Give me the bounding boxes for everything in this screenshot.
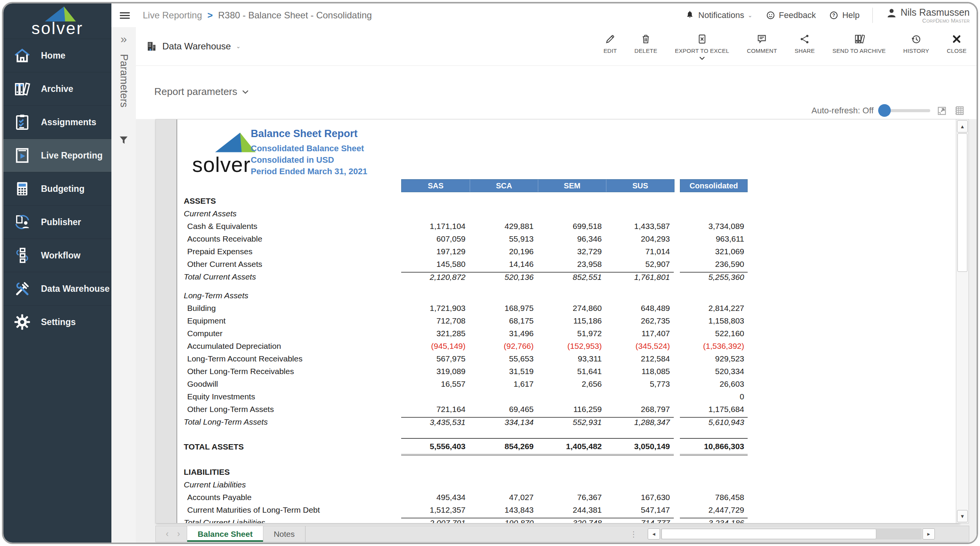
row-label: TOTAL ASSETS bbox=[184, 442, 401, 451]
breadcrumb: Live Reporting > R380 - Balance Sheet - … bbox=[143, 10, 372, 21]
funnel-icon[interactable] bbox=[119, 135, 129, 145]
cell-consolidated: 236,590 bbox=[680, 260, 748, 269]
cell-sem: (152,953) bbox=[537, 342, 606, 351]
edit-button[interactable]: EDIT bbox=[603, 33, 617, 60]
sidebar-item-live-reporting[interactable]: Live Reporting bbox=[3, 139, 111, 172]
user-menu[interactable]: Nils Rasmussen CorpDemo Master bbox=[886, 7, 970, 24]
sidebar-item-home[interactable]: Home bbox=[3, 39, 111, 72]
breadcrumb-separator: > bbox=[207, 10, 213, 21]
cell-sca: 31,519 bbox=[469, 367, 537, 376]
calculator-icon bbox=[13, 180, 31, 198]
share-button[interactable]: SHARE bbox=[795, 33, 815, 60]
chevron-down-icon bbox=[242, 90, 248, 94]
sheet-next-icon[interactable]: › bbox=[177, 529, 180, 539]
column-header: SAS bbox=[402, 180, 470, 192]
feedback-button[interactable]: Feedback bbox=[766, 10, 816, 20]
scroll-down-button[interactable]: ▼ bbox=[957, 510, 968, 522]
row-label: Current Maturities of Long-Term Debt bbox=[184, 505, 401, 515]
expand-icon[interactable] bbox=[936, 105, 948, 116]
cell-consolidated: (1,536,392) bbox=[680, 342, 748, 351]
cell-sem: 93,311 bbox=[537, 354, 606, 363]
parameters-panel-collapsed: » Parameters bbox=[111, 27, 136, 543]
horizontal-scroll-track[interactable] bbox=[661, 528, 922, 539]
cell-consolidated: 3,734,089 bbox=[680, 222, 748, 231]
menu-icon[interactable] bbox=[120, 11, 130, 20]
cell-sem: 274,860 bbox=[537, 304, 606, 313]
column-header: SCA bbox=[470, 180, 538, 192]
cell-sas: 567,975 bbox=[401, 354, 469, 363]
report-parameters-toggle[interactable]: Report parameters bbox=[154, 86, 248, 98]
data-source-dropdown[interactable]: Data Warehouse ⌄ bbox=[146, 41, 241, 52]
sheet-nav: ‹ › bbox=[156, 526, 187, 542]
cell-consolidated: 26,603 bbox=[680, 379, 748, 389]
history-button[interactable]: HISTORY bbox=[903, 33, 929, 60]
cell-sus: 5,773 bbox=[606, 379, 674, 389]
sheet-prev-icon[interactable]: ‹ bbox=[166, 529, 169, 539]
comment-button[interactable]: COMMENT bbox=[747, 33, 777, 60]
vertical-scroll-thumb[interactable] bbox=[957, 133, 967, 272]
scroll-right-button[interactable]: ► bbox=[923, 528, 935, 539]
vertical-scrollbar[interactable]: ▲ ▼ bbox=[956, 119, 969, 523]
pencil-icon bbox=[604, 33, 616, 45]
close-button[interactable]: CLOSE bbox=[947, 33, 967, 60]
breadcrumb-section[interactable]: Live Reporting bbox=[143, 10, 202, 21]
cell-sus: 3,050,149 bbox=[606, 438, 674, 456]
cell-sem: 115,186 bbox=[537, 316, 606, 325]
table-row: Cash & Equivalents 1,171,104 429,881 699… bbox=[184, 220, 748, 232]
scroll-up-button[interactable]: ▲ bbox=[957, 120, 968, 132]
autorefresh-slider[interactable] bbox=[880, 109, 930, 112]
sidebar-item-data-warehouse[interactable]: Data Warehouse bbox=[3, 272, 111, 305]
horizontal-scroll-thumb[interactable] bbox=[662, 529, 876, 539]
gear-icon bbox=[13, 313, 31, 331]
table-row: Other Long-Term Assets 721,164 69,465 11… bbox=[184, 403, 748, 415]
table-row: Total Long-Term Assets 3,435,531 334,134… bbox=[184, 415, 748, 428]
table-row: Computer 321,285 31,496 51,972 117,407 5… bbox=[184, 327, 748, 340]
comment-icon bbox=[756, 33, 768, 45]
tab-balance-sheet[interactable]: Balance Sheet bbox=[187, 526, 263, 542]
table-icon[interactable] bbox=[954, 105, 965, 116]
cell-sas: 721,164 bbox=[401, 405, 469, 414]
row-label: Building bbox=[184, 304, 401, 313]
sidebar-item-archive[interactable]: Archive bbox=[3, 72, 111, 105]
excel-icon bbox=[696, 33, 708, 45]
cell-sem: 244,381 bbox=[537, 505, 606, 515]
sidebar-item-assignments[interactable]: Assignments bbox=[3, 105, 111, 139]
cell-sus: 117,407 bbox=[606, 329, 674, 338]
help-button[interactable]: ? Help bbox=[829, 10, 859, 20]
parameters-panel-title[interactable]: Parameters bbox=[118, 54, 130, 108]
cell-sca: (92,766) bbox=[469, 342, 537, 351]
cell-sca: 854,269 bbox=[469, 438, 537, 456]
sidebar-item-settings[interactable]: Settings bbox=[3, 305, 111, 338]
tab-notes[interactable]: Notes bbox=[263, 526, 305, 542]
slider-knob[interactable] bbox=[878, 104, 891, 117]
sidebar: solver Home Archive Assignments Live Rep… bbox=[3, 3, 111, 543]
tab-label: Notes bbox=[274, 530, 295, 539]
horizontal-scrollbar[interactable]: ◄ ► bbox=[648, 528, 935, 539]
notifications-button[interactable]: Notifications ⌄ bbox=[685, 10, 752, 20]
column-header-consolidated: Consolidated bbox=[680, 179, 748, 192]
report-viewport: solver Balance Sheet Report Consolidated… bbox=[136, 119, 977, 543]
expand-panel-icon[interactable]: » bbox=[121, 33, 127, 46]
table-row: Current Maturities of Long-Term Debt 1,5… bbox=[184, 503, 748, 516]
delete-button[interactable]: DELETE bbox=[634, 33, 657, 60]
clipboard-icon bbox=[13, 113, 31, 131]
sidebar-item-budgeting[interactable]: Budgeting bbox=[3, 172, 111, 205]
live-reporting-icon bbox=[13, 147, 31, 164]
archive-label: SEND TO ARCHIVE bbox=[832, 47, 885, 54]
row-label: Long-Term Assets bbox=[184, 291, 401, 300]
sidebar-item-workflow[interactable]: Workflow bbox=[3, 239, 111, 272]
tab-label: Balance Sheet bbox=[198, 530, 253, 539]
sidebar-item-publisher[interactable]: Publisher bbox=[3, 205, 111, 239]
splitter-handle-icon[interactable]: ⋮ bbox=[630, 526, 637, 542]
table-row bbox=[184, 456, 748, 466]
cell-consolidated: 2,447,729 bbox=[680, 505, 748, 515]
send-to-archive-button[interactable]: SEND TO ARCHIVE bbox=[832, 33, 885, 60]
user-name: Nils Rasmussen bbox=[900, 7, 970, 17]
report-subtitle-1: Consolidated Balance Sheet bbox=[251, 143, 367, 154]
cell-consolidated: 5,255,360 bbox=[680, 272, 748, 282]
scroll-left-button[interactable]: ◄ bbox=[648, 528, 660, 539]
cell-sca: 55,653 bbox=[469, 354, 537, 363]
export-to-excel-button[interactable]: EXPORT TO EXCEL bbox=[675, 33, 729, 60]
table-row: Long-Term Account Receivables 567,975 55… bbox=[184, 352, 748, 365]
sidebar-item-label: Live Reporting bbox=[41, 150, 103, 161]
